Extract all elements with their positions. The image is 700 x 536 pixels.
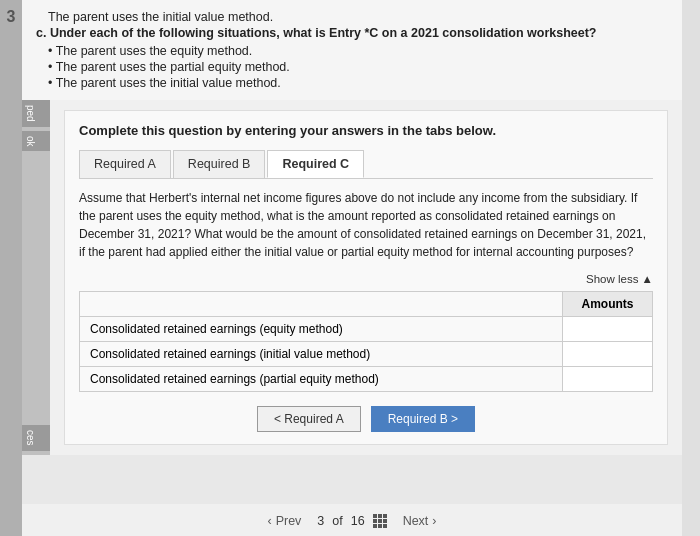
table-label-header xyxy=(80,292,563,317)
bullet-c2: • The parent uses the partial equity met… xyxy=(36,60,668,74)
question-text: Assume that Herbert's internal net incom… xyxy=(79,189,653,261)
top-section: The parent uses the initial value method… xyxy=(22,0,682,100)
top-bullet1: The parent uses the initial value method… xyxy=(36,10,668,24)
right-sidebar xyxy=(682,0,700,536)
page-of: of xyxy=(332,514,342,528)
row-partial-input[interactable] xyxy=(563,367,653,392)
sidebar-letter: 3 xyxy=(7,8,16,26)
main-card: Complete this question by entering your … xyxy=(64,110,668,445)
left-sidebar: 3 xyxy=(0,0,22,536)
table-amounts-header: Amounts xyxy=(563,292,653,317)
section-c-label: c. Under each of the following situation… xyxy=(36,26,668,40)
prev-chevron-icon: ‹ xyxy=(267,514,271,528)
bottom-nav: ‹ Prev 3 of 16 Next › xyxy=(22,504,682,536)
next-label: Next xyxy=(403,514,429,528)
row-initial-label: Consolidated retained earnings (initial … xyxy=(80,342,563,367)
page-total: 16 xyxy=(351,514,365,528)
amounts-table: Amounts Consolidated retained earnings (… xyxy=(79,291,653,392)
table-row: Consolidated retained earnings (partial … xyxy=(80,367,653,392)
bullet-c1: • The parent uses the equity method. xyxy=(36,44,668,58)
tab-required-c[interactable]: Required C xyxy=(267,150,364,178)
row-equity-input[interactable] xyxy=(563,317,653,342)
next-required-b-button[interactable]: Required B > xyxy=(371,406,475,432)
next-chevron-icon: › xyxy=(432,514,436,528)
sidebar-tag-ces[interactable]: ces xyxy=(22,425,50,451)
nav-buttons-container: < Required A Required B > xyxy=(79,406,653,432)
page-info: 3 of 16 xyxy=(317,514,386,528)
row-initial-input[interactable] xyxy=(563,342,653,367)
prev-required-a-button[interactable]: < Required A xyxy=(257,406,361,432)
sidebar-tag-ped[interactable]: ped xyxy=(22,100,50,127)
row-partial-label: Consolidated retained earnings (partial … xyxy=(80,367,563,392)
main-content: The parent uses the initial value method… xyxy=(22,0,682,536)
prev-label: Prev xyxy=(276,514,302,528)
tabs-container: Required A Required B Required C xyxy=(79,150,653,179)
tab-required-a[interactable]: Required A xyxy=(79,150,171,178)
show-less-button[interactable]: Show less ▲ xyxy=(79,273,653,285)
row-equity-label: Consolidated retained earnings (equity m… xyxy=(80,317,563,342)
card-title: Complete this question by entering your … xyxy=(79,123,653,138)
grid-icon[interactable] xyxy=(373,514,387,528)
prev-page-button[interactable]: ‹ Prev xyxy=(267,514,301,528)
sidebar-tag-ok[interactable]: ok xyxy=(22,131,50,152)
bullet-c3: • The parent uses the initial value meth… xyxy=(36,76,668,90)
table-row: Consolidated retained earnings (equity m… xyxy=(80,317,653,342)
next-page-button[interactable]: Next › xyxy=(403,514,437,528)
page-current: 3 xyxy=(317,514,324,528)
table-row: Consolidated retained earnings (initial … xyxy=(80,342,653,367)
tab-required-b[interactable]: Required B xyxy=(173,150,266,178)
